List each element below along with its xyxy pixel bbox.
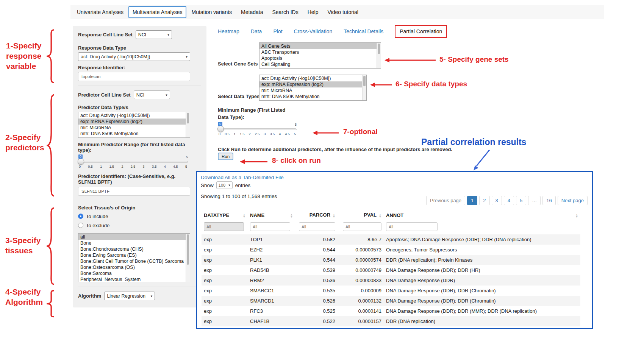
option-bone-giant-cell-tumor-of-bone-gctb-sarcoma[interactable]: Bone:Giant Cell Tumor of Bone (GCTB) Sar…: [78, 258, 190, 264]
nav-item-multivariate-analyses[interactable]: Multivariate Analyses: [128, 6, 187, 18]
column-header-pval[interactable]: PVAL▲▼: [338, 209, 384, 221]
nav-item-video-tutorial[interactable]: Video tutorial: [324, 6, 363, 18]
filter-input-name[interactable]: [250, 222, 290, 231]
slider-tick: 1: [234, 132, 236, 136]
page-button-5[interactable]: 5: [516, 196, 526, 205]
algorithm-select[interactable]: Linear Regression ▾: [104, 292, 155, 300]
cell: exp: [202, 255, 248, 265]
arrow-step6-icon: [369, 81, 392, 88]
option-bone-sarcoma[interactable]: Bone:Sarcoma: [78, 270, 190, 276]
option-bone-chondrosarcoma-chs[interactable]: Bone:Chondrosarcoma (CHS): [78, 246, 190, 252]
predictor-cell-line-set-select[interactable]: NCI ▾: [134, 90, 170, 99]
cell: RAD54B: [248, 265, 295, 275]
nav-item-help[interactable]: Help: [303, 6, 323, 18]
tab-plot[interactable]: Plot: [273, 28, 282, 34]
option-mth-dna-850k-methylation[interactable]: mth: DNA 850K Methylation: [78, 131, 190, 137]
filter-cell: [384, 221, 580, 235]
predictor-range-slider[interactable]: 0 5 00.511.522.533.544.55: [78, 155, 188, 171]
slider-tick: 0.5: [225, 132, 230, 136]
tab-data[interactable]: Data: [251, 28, 262, 34]
option-bone-ewing-sarcoma-es[interactable]: Bone:Ewing Sarcoma (ES): [78, 252, 190, 258]
gene-sets-label: Select Gene Sets: [218, 61, 258, 68]
option-exp-mrna-expression-log2[interactable]: exp: mRNA Expression (log2): [78, 119, 190, 125]
show-entries-select[interactable]: 100 ▾: [216, 181, 233, 189]
option-abc-transporters[interactable]: ABC Transporters: [259, 49, 381, 55]
response-cell-line-set-label: Response Cell Line Set: [78, 32, 133, 37]
data-types-listbox[interactable]: act: Drug Activity (-log10[IC50M])exp: m…: [259, 75, 367, 101]
option-all[interactable]: all: [78, 234, 190, 240]
page-button-16[interactable]: 16: [542, 196, 555, 205]
option-exp-mrna-expression-log2[interactable]: exp: mRNA Expression (log2): [259, 81, 366, 87]
slider-tick: 4: [279, 132, 281, 136]
filter-input-datatype[interactable]: [204, 222, 244, 231]
option-all-gene-sets[interactable]: All Gene Sets: [259, 43, 381, 49]
scrollbar[interactable]: [186, 234, 190, 282]
nav-item-search-ids[interactable]: Search IDs: [268, 6, 302, 18]
response-data-type-select[interactable]: act: Drug Activity (-log10[IC50M]) ▾: [78, 52, 190, 61]
page-button-4[interactable]: 4: [504, 196, 514, 205]
filter-input-pval[interactable]: [343, 222, 381, 231]
cell: 0.539: [295, 265, 338, 275]
tissue-exclude-radio[interactable]: To exclude: [78, 222, 201, 229]
option-mth-dna-850k-methylation[interactable]: mth: DNA 850K Methylation: [259, 94, 366, 100]
tissue-include-radio[interactable]: To include: [78, 213, 201, 220]
entries-label: entries: [235, 183, 251, 188]
nav-item-mutation-variants[interactable]: Mutation variants: [187, 6, 236, 18]
previous-page-button[interactable]: Previous page: [426, 196, 465, 205]
filter-input-annot[interactable]: [386, 222, 438, 231]
column-header-datatype[interactable]: DATATYPE▲▼: [202, 209, 248, 221]
column-header-annot[interactable]: ANNOT▲▼: [384, 209, 580, 221]
cell: DNA Damage Response (DDR); DDR (MMR); DD…: [384, 306, 580, 316]
download-link[interactable]: Download All as a Tab-Delimited File: [201, 175, 284, 180]
column-header-name[interactable]: NAME▲▼: [248, 209, 295, 221]
option-act-drug-activity-log10-ic50m[interactable]: act: Drug Activity (-log10[IC50M]): [78, 112, 190, 119]
column-header-label: NAME: [250, 212, 264, 218]
results-tabs: HeatmapDataPlotCross-ValidationTechnical…: [218, 24, 447, 39]
gene-sets-listbox[interactable]: All Gene SetsABC TransportersApoptosisCe…: [259, 42, 381, 69]
option-mir-microrna[interactable]: mir: MicroRNA: [78, 125, 190, 131]
option-mir-microrna[interactable]: mir: MicroRNA: [259, 87, 366, 94]
filter-cell: [338, 221, 384, 235]
option-bone[interactable]: Bone: [78, 240, 190, 246]
cell: EZH2: [248, 245, 295, 255]
main-range-slider[interactable]: 0 5 00.511.522.533.544.55: [218, 123, 297, 139]
option-bone-osteosarcoma-os[interactable]: Bone:Osteosarcoma (OS): [78, 264, 190, 270]
results-table: DATATYPE▲▼NAME▲▼PARCOR▲▼PVAL▲▼ANNOT▲▼ ex…: [202, 209, 580, 326]
scrollbar[interactable]: [377, 43, 381, 68]
next-page-button[interactable]: Next page: [558, 196, 588, 205]
tab-technical-details[interactable]: Technical Details: [344, 28, 383, 34]
page-button-1[interactable]: 1: [467, 196, 477, 205]
run-button[interactable]: Run: [218, 153, 233, 160]
tab-cross-validation[interactable]: Cross-Validation: [294, 28, 333, 34]
nav-item-metadata[interactable]: Metadata: [237, 6, 267, 18]
predictor-data-types-listbox[interactable]: act: Drug Activity (-log10[IC50M])exp: m…: [78, 112, 190, 138]
slider-tick: 3: [264, 132, 266, 136]
sort-icon: ▲▼: [333, 214, 335, 218]
response-cell-line-set-select[interactable]: NCI ▾: [136, 30, 172, 39]
table-row: expRAD54B0.5390.00000749DNA Damage Respo…: [202, 265, 580, 275]
sort-icon: ▲▼: [575, 214, 578, 218]
scrollbar[interactable]: [362, 75, 366, 100]
slider-handle[interactable]: [217, 126, 224, 132]
option-cell-signaling[interactable]: Cell Signaling: [259, 61, 381, 67]
show-entries-value: 100: [219, 183, 225, 187]
page-button-3[interactable]: 3: [492, 196, 502, 205]
nav-item-univariate-analyses[interactable]: Univariate Analyses: [73, 6, 128, 18]
cell: 0.525: [295, 306, 338, 316]
tab-heatmap[interactable]: Heatmap: [218, 28, 239, 34]
page-button-2[interactable]: 2: [479, 196, 489, 205]
predictor-identifiers-input[interactable]: [78, 187, 190, 196]
response-identifier-input[interactable]: [78, 72, 190, 81]
option-peripheral-nervous-system[interactable]: Peripheral_Nervous_System: [78, 276, 190, 282]
brace-step3: [45, 206, 55, 286]
column-header-parcor[interactable]: PARCOR▲▼: [295, 209, 338, 221]
tab-partial-correlation[interactable]: Partial Correlation: [400, 28, 442, 34]
option-act-drug-activity-log10-ic50m[interactable]: act: Drug Activity (-log10[IC50M]): [259, 75, 366, 81]
section-divider: [78, 86, 201, 86]
tissue-listbox[interactable]: allBoneBone:Chondrosarcoma (CHS)Bone:Ewi…: [78, 233, 190, 282]
filter-input-parcor[interactable]: [299, 222, 335, 231]
slider-handle[interactable]: [78, 158, 84, 165]
scrollbar[interactable]: [186, 112, 190, 137]
page-button-ellipsis[interactable]: …: [528, 196, 541, 205]
option-apoptosis[interactable]: Apoptosis: [259, 55, 381, 61]
